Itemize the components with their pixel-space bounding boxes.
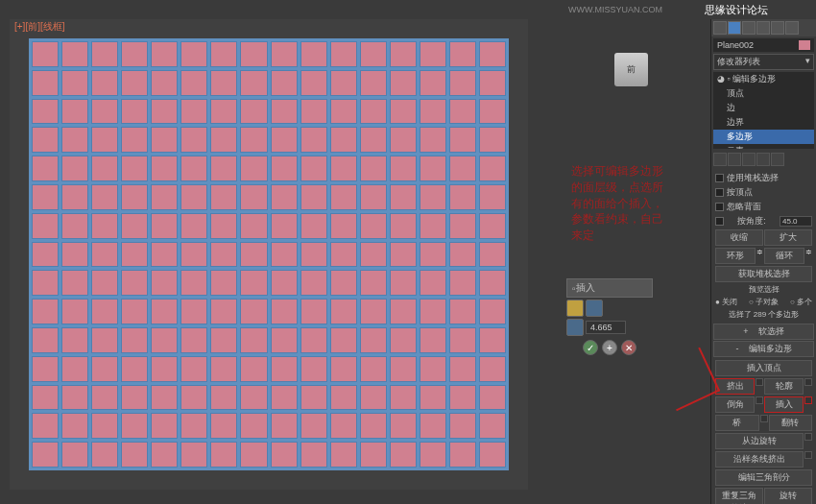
plane-face[interactable] (32, 127, 59, 153)
plane-face[interactable] (61, 127, 88, 153)
plane-face[interactable] (121, 156, 148, 181)
plane-face[interactable] (420, 413, 446, 439)
plane-face[interactable] (240, 385, 267, 411)
plane-face[interactable] (420, 356, 446, 382)
plane-face[interactable] (330, 270, 357, 296)
plane-face[interactable] (449, 127, 476, 153)
plane-face[interactable] (240, 413, 267, 439)
plane-face[interactable] (360, 356, 387, 382)
plane-face[interactable] (449, 356, 476, 382)
plane-face[interactable] (121, 356, 148, 382)
plane-face[interactable] (61, 213, 88, 239)
plane-face[interactable] (420, 327, 446, 353)
plane-face[interactable] (121, 127, 148, 153)
plane-face[interactable] (151, 385, 178, 411)
plane-face[interactable] (449, 299, 476, 324)
plane-face[interactable] (300, 413, 327, 439)
plane-face[interactable] (210, 299, 237, 324)
plane-face[interactable] (449, 327, 476, 353)
plane-face[interactable] (91, 413, 118, 439)
hinge-button[interactable]: 从边旋转 (715, 433, 804, 449)
plane-face[interactable] (271, 242, 298, 268)
plane-face[interactable] (360, 242, 387, 268)
insert-vertex-button[interactable]: 插入顶点 (715, 360, 812, 376)
modifier-stack[interactable]: ◕ ▫ 编辑多边形 顶点 边 边界 多边形 元素 Plane (713, 72, 814, 149)
plane-face[interactable] (330, 413, 357, 439)
plane-face[interactable] (479, 299, 506, 324)
plane-face[interactable] (180, 385, 207, 411)
get-stack-button[interactable]: 获取堆栈选择 (715, 266, 812, 282)
plane-face[interactable] (360, 270, 387, 296)
by-vertex-checkbox[interactable] (715, 188, 724, 197)
plane-face[interactable] (210, 41, 237, 67)
make-unique-icon[interactable] (742, 153, 756, 166)
plane-face[interactable] (91, 242, 118, 268)
plane-face[interactable] (91, 70, 118, 96)
plane-face[interactable] (449, 242, 476, 268)
plane-face[interactable] (271, 413, 298, 439)
plane-face[interactable] (479, 385, 506, 411)
plane-face[interactable] (210, 242, 237, 268)
plane-face[interactable] (210, 270, 237, 296)
edit-tri-button[interactable]: 编辑三角剖分 (715, 469, 812, 486)
plane-face[interactable] (91, 156, 118, 181)
plane-face[interactable] (360, 213, 387, 239)
plane-face[interactable] (151, 442, 178, 468)
plane-face[interactable] (300, 327, 327, 353)
plane-face[interactable] (210, 413, 237, 439)
plane-face[interactable] (271, 299, 298, 324)
plane-face[interactable] (91, 99, 118, 125)
inset-type-group-icon[interactable] (566, 300, 584, 317)
plane-object[interactable] (29, 38, 509, 470)
plane-face[interactable] (32, 356, 59, 382)
plane-face[interactable] (420, 242, 446, 268)
bridge-settings-icon[interactable] (760, 415, 768, 422)
plane-face[interactable] (420, 270, 446, 296)
plane-face[interactable] (32, 299, 59, 324)
plane-face[interactable] (180, 156, 207, 181)
plane-face[interactable] (360, 70, 387, 96)
plane-face[interactable] (360, 156, 387, 181)
plane-face[interactable] (121, 213, 148, 239)
plane-face[interactable] (360, 385, 387, 411)
plane-face[interactable] (180, 242, 207, 268)
display-tab-icon[interactable] (771, 21, 784, 35)
plane-face[interactable] (420, 41, 446, 67)
plane-face[interactable] (32, 327, 59, 353)
plane-face[interactable] (210, 99, 237, 125)
plane-face[interactable] (121, 70, 148, 96)
plane-face[interactable] (390, 413, 417, 439)
hierarchy-tab-icon[interactable] (742, 21, 756, 35)
plane-face[interactable] (240, 70, 267, 96)
plane-face[interactable] (61, 356, 88, 382)
plane-face[interactable] (61, 184, 88, 210)
plane-face[interactable] (271, 184, 298, 210)
plane-face[interactable] (210, 213, 237, 239)
plane-face[interactable] (390, 213, 417, 239)
plane-face[interactable] (330, 442, 357, 468)
plane-face[interactable] (61, 242, 88, 268)
plane-face[interactable] (360, 413, 387, 439)
plane-face[interactable] (240, 270, 267, 296)
plane-face[interactable] (449, 413, 476, 439)
plane-face[interactable] (151, 270, 178, 296)
plane-face[interactable] (61, 385, 88, 411)
plane-face[interactable] (330, 127, 357, 153)
plane-face[interactable] (61, 413, 88, 439)
plane-face[interactable] (151, 356, 178, 382)
plane-face[interactable] (449, 385, 476, 411)
plane-face[interactable] (121, 270, 148, 296)
bridge-button[interactable]: 桥 (715, 415, 759, 431)
angle-input[interactable]: 45.0 (780, 216, 812, 227)
plane-face[interactable] (210, 70, 237, 96)
plane-face[interactable] (121, 99, 148, 125)
plane-face[interactable] (91, 442, 118, 468)
plane-face[interactable] (180, 299, 207, 324)
plane-face[interactable] (210, 356, 237, 382)
plane-face[interactable] (210, 442, 237, 468)
plane-face[interactable] (32, 242, 59, 268)
utilities-tab-icon[interactable] (785, 21, 799, 35)
plane-face[interactable] (180, 70, 207, 96)
plane-face[interactable] (390, 242, 417, 268)
shrink-button[interactable]: 收缩 (715, 229, 763, 246)
